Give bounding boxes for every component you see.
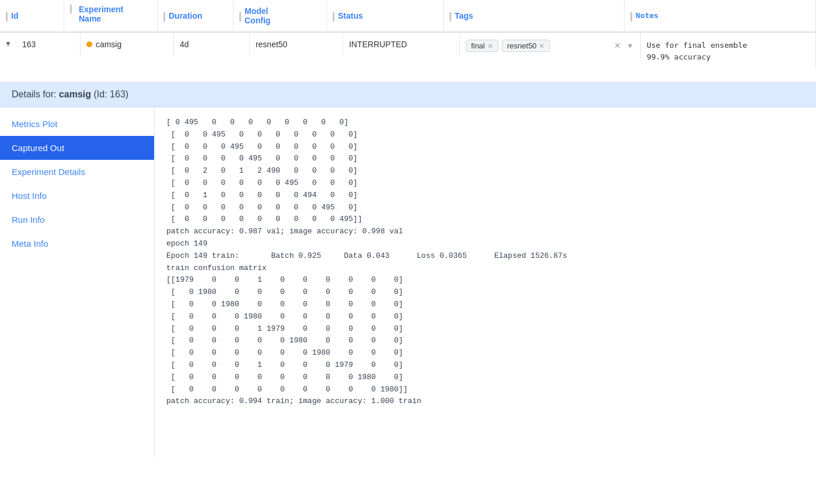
row-notes-value: Use for final ensemble99.9% accuracy [647, 40, 747, 62]
sidebar-host-info-label: Host Info [12, 191, 47, 201]
sidebar-captured-out-label: Captured Out [12, 143, 64, 153]
cell-duration: 4d [174, 33, 250, 56]
col-header-status[interactable]: Status [327, 0, 444, 32]
cell-id: 163 [16, 33, 81, 56]
row-modelconfig-value: resnet50 [256, 40, 287, 49]
tags-clear-button[interactable]: ✕ [612, 40, 623, 51]
tags-container: final ✕ resnet50 ✕ [466, 40, 612, 52]
row-id-value: 163 [22, 40, 36, 49]
tag-final: final ✕ [466, 40, 498, 52]
row-duration-value: 4d [180, 40, 189, 49]
col-expname-label: ExperimentName [79, 5, 123, 23]
drag-handle-status [333, 12, 334, 20]
tag-resnet50-remove[interactable]: ✕ [539, 43, 545, 50]
cell-notes: Use for final ensemble99.9% accuracy [641, 33, 816, 69]
col-tags-label: Tags [455, 11, 473, 20]
cell-status: INTERRUPTED [343, 33, 460, 56]
sidebar-run-info-label: Run Info [12, 215, 45, 225]
sidebar-item-meta-info[interactable]: Meta Info [0, 232, 154, 256]
col-duration-label: Duration [169, 11, 203, 20]
drag-handle-modelconfig [239, 12, 241, 20]
drag-handle-duration [163, 12, 165, 20]
expand-button[interactable]: ▼ [0, 33, 16, 55]
cell-tags: final ✕ resnet50 ✕ ✕ ▾ [460, 33, 641, 59]
drag-handle-notes [630, 12, 632, 20]
details-sidebar: Metrics Plot Captured Out Experiment Det… [0, 107, 155, 457]
cell-expname: camsig [81, 33, 174, 56]
sidebar-item-host-info[interactable]: Host Info [0, 184, 154, 208]
table-row: ▼ 163 camsig 4d resnet50 INTERRUPTED fin… [0, 33, 816, 82]
drag-handle-id [6, 12, 8, 20]
row-expname-value: camsig [96, 40, 121, 49]
col-header-tags[interactable]: Tags [444, 0, 625, 32]
drag-handle-expname [70, 5, 72, 12]
table-header: Id ExperimentName Duration ModelConfig [0, 0, 816, 33]
tag-final-label: final [471, 41, 485, 50]
sidebar-meta-info-label: Meta Info [12, 239, 48, 249]
col-header-id[interactable]: Id [0, 0, 64, 32]
details-header: Details for: camsig (Id: 163) [0, 82, 816, 107]
col-header-expname[interactable]: ExperimentName [64, 0, 158, 32]
col-header-notes[interactable]: Notes [625, 0, 816, 32]
status-dot [86, 41, 92, 47]
tag-final-remove[interactable]: ✕ [487, 43, 493, 50]
col-id-label: Id [11, 11, 18, 20]
tags-actions: ✕ ▾ [612, 40, 634, 51]
sidebar-item-captured-out[interactable]: Captured Out [0, 136, 154, 160]
col-header-duration[interactable]: Duration [158, 0, 233, 32]
col-modelconfig-label: ModelConfig [245, 6, 270, 25]
row-status-value: INTERRUPTED [349, 40, 407, 49]
details-name: camsig [59, 89, 91, 99]
drag-handle-tags [449, 12, 451, 20]
sidebar-item-run-info[interactable]: Run Info [0, 208, 154, 232]
cell-modelconfig: resnet50 [250, 33, 343, 56]
details-id: (Id: 163) [94, 89, 129, 99]
captured-output-text: [ 0 495 0 0 0 0 0 0 0 0] [ 0 0 495 0 0 0… [166, 117, 804, 408]
details-body: Metrics Plot Captured Out Experiment Det… [0, 107, 816, 457]
tags-dropdown-button[interactable]: ▾ [626, 40, 634, 51]
tag-resnet50: resnet50 ✕ [502, 40, 550, 52]
sidebar-item-metrics-plot[interactable]: Metrics Plot [0, 112, 154, 136]
content-area: [ 0 495 0 0 0 0 0 0 0 0] [ 0 0 495 0 0 0… [155, 107, 816, 457]
tag-resnet50-label: resnet50 [507, 41, 537, 50]
sidebar-item-experiment-details[interactable]: Experiment Details [0, 160, 154, 184]
details-title-text: Details for: [12, 89, 56, 99]
sidebar-experiment-details-label: Experiment Details [12, 167, 85, 177]
col-notes-label: Notes [636, 10, 658, 22]
col-status-label: Status [338, 11, 363, 20]
sidebar-metrics-plot-label: Metrics Plot [12, 119, 57, 129]
col-header-modelconfig[interactable]: ModelConfig [233, 0, 327, 32]
